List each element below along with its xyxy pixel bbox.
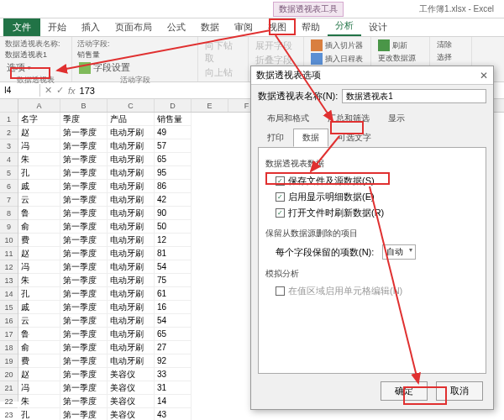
col-header[interactable]: D: [155, 99, 192, 112]
row-header[interactable]: 6: [0, 180, 18, 193]
cell[interactable]: 美容仪: [108, 368, 155, 381]
row-header[interactable]: 8: [0, 207, 18, 220]
cell[interactable]: 33: [155, 368, 192, 381]
cell[interactable]: 冯: [18, 260, 60, 274]
name-box[interactable]: I4: [0, 84, 40, 97]
cell[interactable]: 俞: [18, 341, 60, 354]
cell[interactable]: 12: [155, 234, 192, 247]
cell[interactable]: 电动牙刷: [108, 166, 155, 180]
cell[interactable]: 61: [155, 287, 192, 301]
insert-timeline-button[interactable]: 插入日程表: [309, 52, 365, 66]
cell[interactable]: 57: [155, 139, 192, 153]
cell[interactable]: 54: [155, 314, 192, 328]
row-header[interactable]: 16: [0, 314, 18, 328]
cell[interactable]: 第一季度: [60, 247, 108, 260]
col-header[interactable]: B: [60, 99, 108, 112]
field-settings-button[interactable]: 字段设置: [77, 60, 132, 75]
cell[interactable]: 第一季度: [60, 274, 108, 287]
dlg-tab-data[interactable]: 数据: [293, 129, 328, 147]
cell[interactable]: 赵: [18, 368, 60, 381]
cell[interactable]: 第一季度: [60, 314, 108, 328]
change-source-button[interactable]: 更改数据源: [376, 52, 424, 65]
row-header[interactable]: 23: [0, 408, 18, 420]
tab-home[interactable]: 开始: [40, 18, 74, 36]
cell[interactable]: 第一季度: [60, 287, 108, 301]
cell[interactable]: 赵: [18, 247, 60, 260]
cell[interactable]: 81: [155, 247, 192, 260]
cell[interactable]: 第一季度: [60, 193, 108, 207]
cell[interactable]: 电动牙刷: [108, 234, 155, 247]
cell[interactable]: 第一季度: [60, 207, 108, 220]
cell[interactable]: 费: [18, 354, 60, 368]
dlg-tab-print[interactable]: 打印: [258, 129, 293, 147]
cell[interactable]: 95: [155, 166, 192, 180]
row-header[interactable]: 21: [0, 381, 18, 395]
col-header[interactable]: A: [18, 99, 60, 112]
cell[interactable]: 42: [155, 193, 192, 207]
dlg-tab-layout[interactable]: 布局和格式: [258, 109, 318, 128]
row-header[interactable]: 11: [0, 247, 18, 260]
cell[interactable]: 第一季度: [60, 408, 108, 420]
cell[interactable]: 电动牙刷: [108, 287, 155, 301]
cell[interactable]: 孔: [18, 287, 60, 301]
cell[interactable]: 14: [155, 395, 192, 408]
insert-slicer-button[interactable]: 插入切片器: [309, 39, 365, 52]
header-cell[interactable]: 名字: [18, 113, 60, 126]
cell[interactable]: 云: [18, 314, 60, 328]
cell[interactable]: 第一季度: [60, 234, 108, 247]
cell[interactable]: 54: [155, 260, 192, 274]
cell[interactable]: 第一季度: [60, 260, 108, 274]
cell[interactable]: 鲁: [18, 207, 60, 220]
row-header[interactable]: 7: [0, 193, 18, 207]
cell[interactable]: 戚: [18, 180, 60, 193]
cell[interactable]: 电动牙刷: [108, 260, 155, 274]
cell[interactable]: 86: [155, 180, 192, 193]
cell[interactable]: 第一季度: [60, 153, 108, 166]
cell[interactable]: 电动牙刷: [108, 180, 155, 193]
row-header[interactable]: 17: [0, 328, 18, 341]
cell[interactable]: 16: [155, 301, 192, 314]
col-header[interactable]: E: [192, 99, 228, 112]
cell[interactable]: 费: [18, 234, 60, 247]
tab-analyze[interactable]: 分析: [328, 17, 361, 36]
chk-refresh-on-open[interactable]: ✓: [276, 208, 285, 218]
chk-enable-detail[interactable]: ✓: [276, 192, 285, 202]
cell[interactable]: 朱: [18, 274, 60, 287]
row-header[interactable]: 19: [0, 354, 18, 368]
cell[interactable]: 电动牙刷: [108, 126, 155, 139]
cell[interactable]: 美容仪: [108, 395, 155, 408]
cell[interactable]: 孔: [18, 408, 60, 420]
cell[interactable]: 朱: [18, 153, 60, 166]
cell[interactable]: 美容仪: [108, 408, 155, 420]
chk-enable-cell-edit[interactable]: [276, 286, 285, 296]
row-header[interactable]: 13: [0, 274, 18, 287]
cell[interactable]: 赵: [18, 126, 60, 139]
cell[interactable]: 第一季度: [60, 341, 108, 354]
cell[interactable]: 65: [155, 153, 192, 166]
row-header[interactable]: 22: [0, 395, 18, 408]
cell[interactable]: 电动牙刷: [108, 220, 155, 234]
refresh-button[interactable]: 刷新: [376, 39, 424, 52]
close-icon[interactable]: ✕: [480, 70, 488, 81]
cell[interactable]: 第一季度: [60, 395, 108, 408]
tab-layout[interactable]: 页面布局: [108, 18, 160, 36]
cell[interactable]: 第一季度: [60, 166, 108, 180]
cell[interactable]: 云: [18, 193, 60, 207]
cell[interactable]: 65: [155, 328, 192, 341]
cell[interactable]: 92: [155, 354, 192, 368]
cell[interactable]: 美容仪: [108, 381, 155, 395]
retain-select[interactable]: 自动: [382, 244, 416, 260]
cell[interactable]: 第一季度: [60, 180, 108, 193]
cell[interactable]: 49: [155, 126, 192, 139]
header-cell[interactable]: 产品: [108, 113, 155, 126]
cell[interactable]: 电动牙刷: [108, 354, 155, 368]
cell[interactable]: 冯: [18, 381, 60, 395]
cell[interactable]: 电动牙刷: [108, 314, 155, 328]
row-header[interactable]: 3: [0, 139, 18, 153]
tab-formulas[interactable]: 公式: [160, 18, 193, 36]
cell[interactable]: 冯: [18, 139, 60, 153]
cell[interactable]: 43: [155, 408, 192, 420]
cell[interactable]: 俞: [18, 220, 60, 234]
cell[interactable]: 第一季度: [60, 368, 108, 381]
tab-insert[interactable]: 插入: [74, 18, 108, 36]
